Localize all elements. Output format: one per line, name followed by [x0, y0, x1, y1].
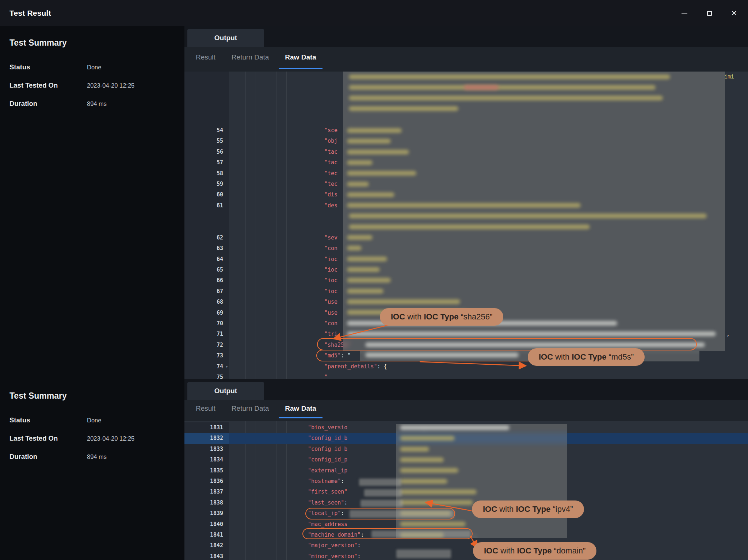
- output-main: Output ResultReturn DataRaw Data 1831"bi…: [184, 379, 748, 560]
- maximize-button[interactable]: [705, 9, 714, 18]
- callout-ioc-domain: IOC with IOC Type “domain”: [473, 542, 596, 560]
- summary-label: Duration: [9, 100, 87, 108]
- code-line[interactable]: 1842"major_version":: [184, 540, 748, 551]
- blurred-text-streak: [347, 257, 387, 261]
- line-number: 1840: [184, 519, 229, 530]
- maximize-icon: [707, 11, 712, 16]
- blurred-text-streak: [349, 96, 663, 100]
- line-number: 72: [184, 340, 229, 350]
- line-number: 1842: [184, 540, 229, 551]
- ioc-highlight-machine-domain: [302, 528, 473, 539]
- blurred-text-streak: [349, 85, 656, 90]
- line-number: 1836: [184, 476, 229, 487]
- summary-row: Last Tested On2023-04-20 12:25: [9, 81, 184, 89]
- blurred-text-streak: [347, 160, 373, 165]
- line-number: 57: [184, 157, 229, 168]
- code-line[interactable]: 75": [184, 372, 748, 379]
- summary-row: Duration894 ms: [9, 453, 184, 461]
- line-number: 70: [184, 318, 229, 329]
- summary-label: Last Tested On: [9, 434, 87, 442]
- test-result-window: Test Result ✕ Test Summary StatusDoneLas…: [0, 0, 748, 560]
- test-summary-title: Test Summary: [9, 38, 184, 48]
- blurred-text-streak: [400, 490, 477, 494]
- window-titlebar: Test Result ✕: [0, 0, 748, 26]
- line-number: 67: [184, 286, 229, 297]
- test-result-panel-top: Test Summary StatusDoneLast Tested On202…: [0, 26, 748, 379]
- line-number: [184, 222, 229, 232]
- blurred-text-streak: [400, 522, 466, 526]
- summary-value: 894 ms: [87, 100, 107, 108]
- line-number: [184, 104, 229, 114]
- line-number: 1833: [184, 444, 229, 454]
- tab-output[interactable]: Output: [187, 29, 264, 47]
- blurred-text-streak: [400, 425, 510, 430]
- output-subtabs: ResultReturn DataRaw Data: [184, 47, 748, 72]
- subtab-result[interactable]: Result: [190, 400, 222, 418]
- callout-ioc-md5s: IOC with IOC Type “md5s”: [528, 348, 645, 366]
- line-number: 1843: [184, 551, 229, 560]
- line-number: 54: [184, 125, 229, 136]
- blurred-value: [396, 549, 451, 558]
- summary-row: Last Tested On2023-04-20 12:25: [9, 434, 184, 442]
- blurred-text-streak: [347, 235, 373, 240]
- tab-output[interactable]: Output: [187, 382, 264, 400]
- test-summary-rows: StatusDoneLast Tested On2023-04-20 12:25…: [9, 63, 184, 108]
- blurred-text-streak: [347, 289, 383, 294]
- blurred-text-streak: [347, 139, 391, 143]
- line-number: [184, 115, 229, 125]
- subtab-raw-data[interactable]: Raw Data: [279, 47, 323, 69]
- blurred-text-streak: [347, 299, 460, 304]
- blurred-text-streak: [349, 74, 670, 79]
- blurred-text-streak: [400, 447, 429, 452]
- blurred-text-streak: [400, 468, 458, 473]
- output-tabstrip: Output: [184, 26, 748, 47]
- line-number: 55: [184, 136, 229, 146]
- summary-value: Done: [87, 63, 101, 71]
- blurred-value: [364, 489, 402, 496]
- line-number: 73: [184, 350, 229, 361]
- line-number: 1839: [184, 508, 229, 519]
- blurred-text-streak: [400, 436, 455, 441]
- close-button[interactable]: ✕: [730, 9, 739, 18]
- code-text-fragment: ,: [726, 329, 730, 340]
- line-number: 59: [184, 179, 229, 189]
- redacted-blur-region: [396, 424, 567, 538]
- blurred-text-streak: [400, 479, 447, 484]
- blurred-text-streak: [347, 331, 716, 336]
- line-number: [184, 82, 229, 93]
- window-title: Test Result: [9, 9, 51, 18]
- blurred-text-streak: [349, 225, 590, 229]
- blurred-text-streak: [349, 214, 707, 218]
- test-summary-title: Test Summary: [9, 391, 184, 401]
- code-text: "parent_details": {: [229, 361, 748, 372]
- code-line[interactable]: 1843"minor_version":: [184, 551, 748, 560]
- minimize-button[interactable]: [680, 9, 689, 18]
- line-number: 56: [184, 147, 229, 157]
- blurred-text-streak: [347, 150, 409, 154]
- raw-data-viewer: 1831"bios_versio,1832"config_id_b1833"co…: [184, 421, 748, 560]
- summary-row: StatusDone: [9, 416, 184, 424]
- line-number: 58: [184, 168, 229, 179]
- ioc-highlight-md5: [316, 350, 541, 361]
- subtab-raw-data[interactable]: Raw Data: [279, 400, 323, 418]
- summary-label: Duration: [9, 453, 87, 461]
- blurred-text-streak: [347, 182, 369, 187]
- line-number: 68: [184, 297, 229, 307]
- line-number: 64: [184, 254, 229, 265]
- subtab-result[interactable]: Result: [190, 47, 222, 69]
- line-number: 1841: [184, 530, 229, 540]
- summary-row: Duration894 ms: [9, 100, 184, 108]
- summary-value: 2023-04-20 12:25: [87, 434, 134, 442]
- blurred-text-streak: [464, 85, 499, 90]
- line-number: 1838: [184, 498, 229, 508]
- line-number: 1835: [184, 465, 229, 476]
- blurred-text-streak: [347, 192, 394, 197]
- summary-value: 894 ms: [87, 453, 107, 461]
- line-number: 1837: [184, 487, 229, 497]
- test-result-panel-bottom: Test Summary StatusDoneLast Tested On202…: [0, 379, 748, 560]
- code-line[interactable]: 74▾"parent_details": {: [184, 361, 748, 372]
- fold-icon[interactable]: ▾: [226, 361, 228, 372]
- subtab-return-data[interactable]: Return Data: [225, 47, 275, 69]
- subtab-return-data[interactable]: Return Data: [225, 400, 275, 418]
- blurred-text-streak: [347, 267, 380, 272]
